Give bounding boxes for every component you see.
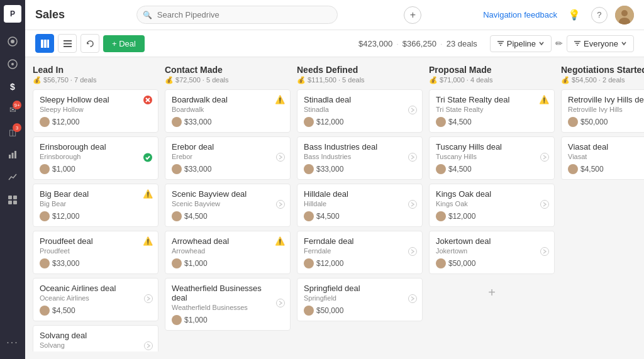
table-row[interactable]: Erinsborough dealErinsborough$1,000 — [33, 136, 158, 180]
user-avatar[interactable] — [615, 6, 634, 25]
card-title: Kings Oak deal — [436, 189, 548, 199]
avatar — [304, 258, 314, 268]
card-title: Arrowhead deal — [172, 236, 284, 246]
card-footer: $1,000 — [40, 164, 152, 174]
toolbar: + Deal $423,000 · $366,250 · 23 deals Pi… — [25, 30, 644, 57]
avatar — [436, 117, 446, 127]
add-deal-button[interactable]: + Deal — [103, 35, 145, 52]
card-price: $4,500 — [580, 165, 604, 174]
sidebar-item-mail[interactable]: ✉ 9+ — [3, 99, 23, 119]
card-price: $33,000 — [184, 118, 211, 126]
card-badge — [408, 294, 417, 306]
sidebar-item-deals[interactable]: $ — [3, 77, 23, 97]
table-row[interactable]: Oceanic Airlines dealOceanic Airlines$4,… — [33, 278, 158, 321]
pipeline-filter-btn[interactable]: Pipeline — [490, 35, 552, 52]
card-footer: $4,500 — [172, 211, 284, 221]
svg-point-41 — [541, 153, 549, 161]
svg-rect-6 — [14, 151, 16, 158]
kanban-view-btn[interactable] — [35, 34, 54, 53]
table-row[interactable]: Sleepy Hollow dealSleepy Hollow$12,000 — [33, 89, 158, 133]
avatar — [40, 164, 50, 174]
table-row[interactable]: Stinadla dealStinadla$12,000 — [297, 89, 423, 133]
sidebar-item-stats[interactable] — [3, 145, 23, 165]
card-badge: ⚠️ — [143, 189, 153, 199]
cards-container-needs-defined: Stinadla dealStinadla$12,000Bass Industr… — [297, 89, 423, 351]
card-badge — [408, 106, 417, 117]
app-logo[interactable]: P — [4, 5, 21, 23]
svg-rect-4 — [9, 155, 11, 158]
edit-icon[interactable]: ✏ — [555, 38, 563, 48]
stat-dot2: · — [440, 39, 443, 48]
table-row[interactable]: Tri State Realty dealTri State Realty$4,… — [429, 89, 555, 133]
card-subtitle: Tuscany Hills — [436, 153, 548, 160]
column-meta-lead-in: 💰 $56,750 · 7 deals — [33, 76, 158, 84]
bulb-icon-btn[interactable]: 💡 — [565, 6, 584, 25]
card-footer: $4,500 — [40, 306, 152, 316]
table-row[interactable]: Erebor dealErebor$33,000 — [165, 136, 291, 180]
svg-rect-15 — [44, 40, 47, 48]
svg-rect-9 — [8, 201, 12, 204]
table-row[interactable]: Ferndale dealFerndale$12,000 — [297, 231, 423, 274]
table-row[interactable]: Viasat dealViasat$4,500 — [561, 136, 644, 180]
everyone-filter-btn[interactable]: Everyone — [567, 35, 634, 52]
column-title-proposal-made: Proposal Made — [429, 65, 555, 75]
list-view-btn[interactable] — [58, 34, 77, 53]
table-row[interactable]: Proudfeet dealProudfeet$33,000⚠️ — [33, 231, 158, 274]
sidebar-item-reports[interactable] — [3, 167, 23, 187]
avatar — [40, 117, 50, 127]
nav-feedback-link[interactable]: Navigation feedback — [483, 10, 557, 19]
table-row[interactable]: Tuscany Hills dealTuscany Hills$4,500 — [429, 136, 555, 180]
refresh-btn[interactable] — [80, 34, 99, 53]
search-icon: 🔍 — [143, 11, 152, 19]
add-button[interactable]: + — [404, 6, 421, 24]
table-row[interactable]: Big Bear dealBig Bear$12,000⚠️ — [33, 184, 158, 227]
card-footer: $33,000 — [304, 164, 416, 174]
cards-container-contact-made: Boardwalk dealBoardwalk$33,000⚠️Erebor d… — [165, 89, 291, 351]
svg-rect-10 — [13, 201, 17, 204]
card-title: Big Bear deal — [40, 189, 152, 199]
card-badge — [143, 152, 153, 164]
card-footer: $50,000 — [568, 117, 644, 127]
svg-rect-8 — [13, 196, 17, 199]
stat-dot1: · — [396, 39, 399, 48]
table-row[interactable]: Arrowhead dealArrowhead$1,000⚠️ — [165, 231, 291, 274]
table-row[interactable]: Hilldale dealHilldale$4,500 — [297, 184, 423, 227]
add-card-button[interactable]: + — [429, 280, 555, 305]
svg-rect-7 — [8, 196, 12, 199]
table-row[interactable]: Springfield dealSpringfield$50,000 — [297, 278, 423, 321]
search-input[interactable] — [136, 6, 338, 24]
sidebar-item-more[interactable]: ··· — [3, 333, 23, 353]
svg-point-3 — [11, 63, 14, 65]
table-row[interactable]: Weatherfield Businesses dealWeatherfield… — [165, 278, 291, 331]
card-title: Hilldale deal — [304, 189, 416, 199]
card-footer: $4,500 — [436, 117, 548, 127]
svg-point-43 — [541, 247, 549, 255]
card-subtitle: Oceanic Airlines — [40, 294, 152, 302]
table-row[interactable]: Bass Industries dealBass Industries$33,0… — [297, 136, 423, 180]
card-subtitle: Proudfeet — [40, 247, 152, 255]
card-subtitle: Big Bear — [40, 200, 152, 207]
table-row[interactable]: Kings Oak dealKings Oak$12,000 — [429, 184, 555, 227]
table-row[interactable]: Boardwalk dealBoardwalk$33,000⚠️ — [165, 89, 291, 133]
sidebar-item-home[interactable] — [3, 31, 23, 52]
card-title: Erinsborough deal — [40, 142, 152, 152]
table-row[interactable]: Retroville Ivy Hills dealRetroville Ivy … — [561, 89, 644, 133]
sidebar-item-contacts[interactable] — [3, 54, 23, 74]
card-subtitle: Weatherfield Businesses — [172, 304, 284, 311]
table-row[interactable]: Scenic Bayview dealScenic Bayview$4,500 — [165, 184, 291, 227]
avatar — [172, 164, 182, 174]
card-title: Viasat deal — [568, 142, 644, 152]
card-price: $4,500 — [52, 306, 75, 315]
card-badge: ⚠️ — [275, 95, 285, 104]
card-footer: $33,000 — [40, 258, 152, 268]
sidebar-item-products[interactable] — [3, 190, 23, 210]
card-subtitle: Arrowhead — [172, 247, 284, 255]
help-icon-btn[interactable]: ? — [591, 7, 608, 23]
table-row[interactable]: Jokertown dealJokertown$50,000 — [429, 231, 555, 274]
column-meta-proposal-made: 💰 $71,000 · 4 deals — [429, 76, 555, 84]
table-row[interactable]: Solvang dealSolvang$1,000 — [33, 325, 158, 351]
sidebar-item-calendar[interactable]: ◫ 3 — [3, 122, 23, 142]
page-title: Sales — [35, 8, 65, 21]
column-header-contact-made: Contact Made💰 $72,500 · 5 deals — [165, 65, 291, 84]
card-badge: ⚠️ — [275, 236, 285, 246]
